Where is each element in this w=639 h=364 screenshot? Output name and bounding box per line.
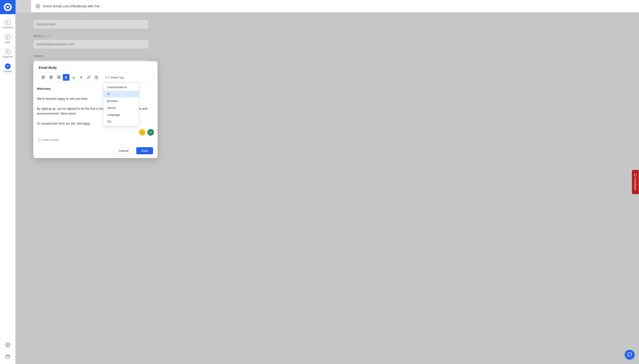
topbar: Enrich Email Lists Effortlessly with Fre… [31,0,639,12]
svg-point-0 [7,344,9,346]
svg-point-21 [95,78,95,79]
step-label-publish: Publish [4,70,12,73]
align-center-button[interactable] [48,74,54,81]
sidebar-item-segment[interactable]: 3 Segment [0,46,15,61]
smart-tag-dropdown: UnsubscribeUrl IP Browser Device Languag… [103,83,139,126]
list-button[interactable] [93,74,100,81]
svg-rect-8 [42,78,44,79]
how-it-works-icon: ? [38,138,41,142]
emoji-button[interactable]: 😊 [139,129,146,136]
smart-tag-label: Smart Tag [111,76,124,79]
chat-button[interactable] [625,350,634,360]
code-button[interactable] [147,129,154,136]
svg-rect-13 [57,76,60,76]
align-left-button[interactable] [40,74,47,81]
feedback-icon [634,173,637,176]
step-num-2: 2 [5,34,11,40]
body-unsubscribe-link[interactable]: here [83,122,90,125]
svg-rect-16 [58,78,60,79]
modal-footer-icons: 😊 [33,128,158,138]
dropdown-item-device[interactable]: Device [104,104,139,111]
underline-button[interactable]: U [70,74,77,81]
cancel-button[interactable]: Cancel [114,147,134,154]
svg-point-19 [95,77,95,78]
body-unsubscribe-pre: To unsubscribe from our list, click [37,122,83,125]
svg-rect-7 [42,78,45,78]
how-it-works-link[interactable]: ? How it works [33,138,158,144]
how-it-works-label: How it works [43,138,59,142]
body-unsubscribe-post: . [90,122,91,125]
email-body-modal: Email Body [33,61,158,158]
chat-icon [627,352,632,357]
feedback-label: Feedback [634,178,637,190]
step-num-4: 4 [5,64,11,69]
modal-actions: Cancel Save [33,144,158,158]
sidebar-item-publish[interactable]: 4 Publish [0,61,15,75]
align-right-button[interactable] [55,74,62,81]
dropdown-item-unsubscribeurl[interactable]: UnsubscribeUrl [104,84,139,91]
step-num-3: 3 [5,49,11,54]
smart-tag-button[interactable]: Smart Tag UnsubscribeUrl IP Browser Devi… [103,75,126,80]
page-title: Enrich Email Lists Effortlessly with Fre… [43,4,102,8]
svg-rect-23 [635,174,636,176]
step-num-1: 1 [5,20,11,25]
sidebar-item-customize[interactable]: 1 Customize [0,17,15,32]
save-button[interactable]: Save [136,147,153,154]
svg-rect-1 [6,355,10,358]
modal-title: Email Body [33,61,158,72]
sidebar-logo[interactable] [0,0,16,14]
logo-inner [5,5,10,10]
feedback-tab[interactable]: Feedback [632,170,639,194]
strikethrough-button[interactable]: S [78,74,85,81]
settings-button[interactable] [4,341,12,349]
dropdown-item-ip[interactable]: IP [104,91,139,98]
main-area: Enrich Email Lists Effortlessly with Fre… [16,0,639,364]
sidebar: 1 Customize 2 Style 3 Segment 4 Publish [0,0,16,364]
svg-rect-5 [42,76,45,76]
modal-overlay: Email Body [16,12,639,364]
svg-rect-9 [49,76,53,76]
email-body-content[interactable]: Welcome, We're beyond happy to see you h… [33,83,158,128]
svg-rect-12 [50,78,52,79]
sidebar-bottom [4,341,12,364]
svg-rect-15 [57,78,60,78]
sidebar-nav: 1 Customize 2 Style 3 Segment 4 Publish [0,14,15,341]
svg-point-17 [95,76,95,76]
dropdown-item-language[interactable]: Language [104,111,139,118]
briefcase-icon[interactable] [4,352,12,360]
svg-rect-6 [42,77,44,77]
step-label-segment: Segment [3,56,13,58]
svg-rect-14 [58,77,60,77]
globe-icon [36,4,40,9]
step-label-customize: Customize [2,26,14,29]
bold-button[interactable]: B [63,74,70,81]
toolbar-separator [101,75,102,80]
app-logo [4,3,12,11]
svg-rect-11 [49,78,53,78]
dropdown-item-os[interactable]: OS [104,118,139,125]
step-label-style: Style [5,41,10,44]
svg-rect-22 [95,78,98,79]
svg-rect-20 [95,77,98,78]
modal-toolbar: B U S [37,72,154,83]
svg-rect-10 [50,77,52,77]
dropdown-item-browser[interactable]: Browser [104,98,139,104]
svg-rect-18 [95,76,98,76]
link-button[interactable] [85,74,92,81]
sidebar-item-style[interactable]: 2 Style [0,32,15,46]
